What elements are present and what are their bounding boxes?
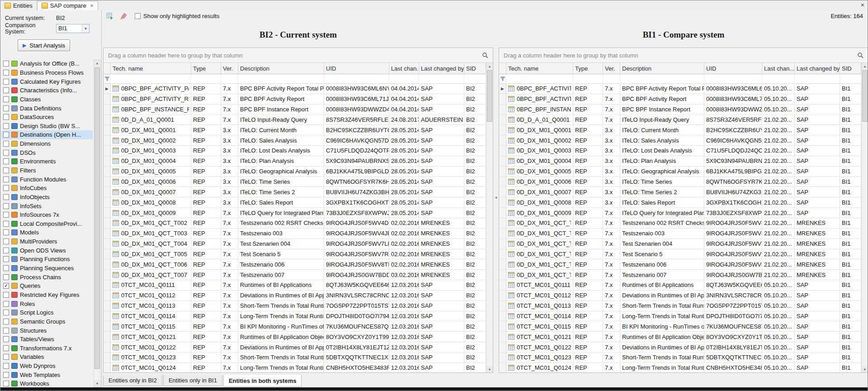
sidebar-item-variables[interactable]: Variables <box>1 353 93 362</box>
sidebar-item-transformations-7-x[interactable]: Transformations 7.x <box>1 344 93 353</box>
tab-entities-only-bi1[interactable]: Entities only in BI1 <box>163 375 222 386</box>
table-row[interactable]: 0D_D_A_01_Q0001REP7.xITeLO Input-Ready Q… <box>499 115 861 125</box>
filter-cell[interactable] <box>573 74 603 84</box>
checkbox-icon[interactable] <box>3 203 9 209</box>
table-row[interactable]: 0D_DX_M01_QCT_T005REP7.xTest Scenario 59… <box>499 249 861 260</box>
highlight-brush-icon[interactable] <box>119 12 127 20</box>
sidebar-item-process-chains[interactable]: Process Chains <box>1 272 93 281</box>
table-row[interactable]: 0TCT_MC01_Q0112REP7.xDeviations in Runti… <box>499 291 861 301</box>
table-row[interactable]: 0TCT_MC01_Q0122REP7.xDeviations in Runti… <box>104 342 486 353</box>
sidebar-item-multiproviders[interactable]: MultiProviders <box>1 237 93 246</box>
checkbox-icon[interactable] <box>3 301 9 307</box>
sidebar-item-web-templates[interactable]: Web Templates <box>1 370 93 379</box>
table-row[interactable]: 0D_DX_M01_Q0007REP3.xITeLO: Time Series … <box>499 187 861 197</box>
table-row[interactable]: 0D_DX_M01_Q0002REP3.xITeLO: Sales Analys… <box>499 135 861 146</box>
table-row[interactable]: 0D_DX_M01_Q0006REP3.xITeLO: Time Series8… <box>499 177 861 187</box>
checkbox-icon[interactable] <box>3 176 9 182</box>
table-row[interactable]: 0D_D_A_01_Q0001REP7.xITeLO Input-Ready Q… <box>104 115 486 125</box>
sidebar-item-planning-sequences[interactable]: Planning Sequences <box>1 264 93 273</box>
column-header-last-changed-by[interactable]: Last changed by <box>419 63 464 74</box>
sidebar-item-function-modules[interactable]: Function Modules <box>1 175 93 184</box>
table-row[interactable]: 0BPC_BPF_INSTANCE_...REP7.xBPC BPF Insta… <box>499 105 861 115</box>
filter-cell[interactable] <box>620 74 704 84</box>
search-icon[interactable] <box>482 52 488 58</box>
checkbox-icon[interactable] <box>3 158 9 164</box>
filter-cell[interactable] <box>840 74 861 84</box>
sidebar-item-infosources-7x[interactable]: InfoSources 7x <box>1 210 93 219</box>
filter-cell[interactable] <box>238 74 324 84</box>
sidebar-item-destinations-open-h[interactable]: Destinations (Open H... <box>1 130 93 139</box>
table-row[interactable]: 0D_DX_M01_QCT_T006REP7.xTestszenario 006… <box>499 259 861 270</box>
table-row[interactable]: 0D_DX_M01_Q0001REP3.xITeLO: Current Mont… <box>104 125 486 135</box>
table-row[interactable]: 0TCT_MC01_Q0115REP7.xBI KPI Monitoring -… <box>499 321 861 332</box>
checkbox-icon[interactable] <box>3 70 9 76</box>
scroll-down-icon[interactable]: ▼ <box>94 380 100 387</box>
filter-cell[interactable] <box>221 74 238 84</box>
filter-cell[interactable] <box>499 74 506 84</box>
filter-cell[interactable] <box>419 74 464 84</box>
table-row[interactable]: 0TCT_MC01_Q0121REP7.xRuntimes of BI Appl… <box>499 332 861 342</box>
filter-row[interactable] <box>499 74 861 84</box>
sidebar-item-datasources[interactable]: DataSources <box>1 113 93 122</box>
table-row[interactable]: 0TCT_MC01_Q0123REP7.xShort-Term Trends i… <box>104 353 486 363</box>
column-header-last-chan[interactable]: Last chan... <box>389 63 419 74</box>
sidebar-item-infocubes[interactable]: InfoCubes <box>1 184 93 193</box>
filter-cell[interactable] <box>762 74 795 84</box>
tab-close-icon[interactable]: × <box>90 3 94 9</box>
column-header-uid[interactable]: UID <box>704 63 762 74</box>
column-header-tech-name[interactable]: Tech. name <box>111 63 191 74</box>
sidebar-item-roles[interactable]: Roles <box>1 299 93 308</box>
checkbox-icon[interactable] <box>3 114 9 120</box>
comparison-system-select[interactable]: BI1 ▾ <box>56 24 90 33</box>
sidebar-item-analysis-for-office-b[interactable]: Analysis for Office (B... <box>1 59 93 68</box>
filter-cell[interactable] <box>389 74 419 84</box>
checkbox-icon[interactable] <box>135 13 141 19</box>
table-row[interactable]: 0D_DX_M01_QCT_T006REP7.xTestszenario 006… <box>104 259 486 270</box>
table-row[interactable]: 0D_DX_M01_QCT_T002REP7.xTestszenario 002… <box>499 218 861 229</box>
checkbox-icon[interactable] <box>3 248 9 253</box>
sidebar-item-models[interactable]: Models <box>1 228 93 237</box>
checkbox-icon[interactable] <box>3 141 9 147</box>
scrollbar-thumb[interactable] <box>94 67 100 369</box>
checkbox-icon[interactable] <box>3 292 9 298</box>
table-row[interactable]: 0TCT_MC01_Q0113REP7.xShort-Term Trends i… <box>104 301 486 311</box>
chevron-down-icon[interactable]: ▾ <box>82 24 89 33</box>
checkbox-icon[interactable] <box>3 363 9 369</box>
sidebar-item-queries[interactable]: ✓Queries <box>1 281 93 291</box>
scrollbar-thumb[interactable] <box>862 70 868 122</box>
table-row[interactable]: 0D_DX_M01_Q0003REP3.xITeLO: Lost Deals A… <box>499 146 861 156</box>
table-row[interactable]: 0TCT_MC01_Q0124REP7.xLong-Term Trends in… <box>104 363 486 372</box>
scroll-up-icon[interactable]: ▲ <box>862 63 868 69</box>
table-row[interactable]: 0TCT_MC01_Q0111REP7.xRuntimes of BI Appl… <box>104 280 486 291</box>
checkbox-icon[interactable] <box>3 328 9 334</box>
sidebar-item-tables-views[interactable]: Tables/Views <box>1 335 93 344</box>
sidebar-item-local-compositeprovi[interactable]: Local CompositeProvi... <box>1 219 93 229</box>
column-header-last-chan[interactable]: Last chan... <box>762 63 795 74</box>
column-header-type[interactable]: Type <box>573 63 603 74</box>
sidebar-item-semantic-groups[interactable]: Semantic Groups <box>1 317 93 326</box>
table-row[interactable]: ▶0BPC_BPF_ACTIVITY_P...REP7.xBPC BPF Act… <box>499 84 861 94</box>
sidebar-item-environments[interactable]: Environments <box>1 157 93 166</box>
sidebar-item-classes[interactable]: Classes <box>1 95 93 104</box>
grid-scrollbar[interactable]: ▲ ▼ <box>486 63 493 372</box>
scroll-up-icon[interactable]: ▲ <box>486 63 493 69</box>
checkbox-icon[interactable] <box>3 132 9 138</box>
sidebar-scrollbar[interactable]: ▲ ▼ <box>94 59 101 387</box>
table-row[interactable]: 0D_DX_M01_Q0001REP3.xITeLO: Current Mont… <box>499 125 861 135</box>
sidebar-item-infosets[interactable]: InfoSets <box>1 201 93 210</box>
checkbox-icon[interactable] <box>3 229 9 235</box>
filter-cell[interactable] <box>795 74 840 84</box>
table-row[interactable]: 0TCT_MC01_Q0114REP7.xLong-Term Trends in… <box>104 311 486 322</box>
sidebar-item-workbooks[interactable]: Workbooks <box>1 379 93 387</box>
tab-sap-compare[interactable]: SAP compare × <box>37 1 98 10</box>
sidebar-item-data-definitions[interactable]: Data Definitions <box>1 104 93 113</box>
table-row[interactable]: 0D_DX_M01_Q0009REP7.xITeLO Query for Int… <box>499 208 861 218</box>
sidebar-item-infoobjects[interactable]: InfoObjects <box>1 193 93 202</box>
column-header-uid[interactable]: UID <box>324 63 389 74</box>
table-row[interactable]: 0TCT_MC01_Q0115REP7.xBI KPI Monitoring -… <box>104 321 486 332</box>
table-row[interactable]: 0D_DX_M01_Q0006REP3.xITeLO: Time Series8… <box>104 177 486 187</box>
checkbox-icon[interactable] <box>3 105 9 111</box>
table-row[interactable]: 0TCT_MC01_Q0112REP7.xDeviations in Runti… <box>104 291 486 301</box>
group-by-bar[interactable]: Drag a column header here to group by th… <box>499 48 868 63</box>
scrollbar-thumb[interactable] <box>487 70 492 122</box>
